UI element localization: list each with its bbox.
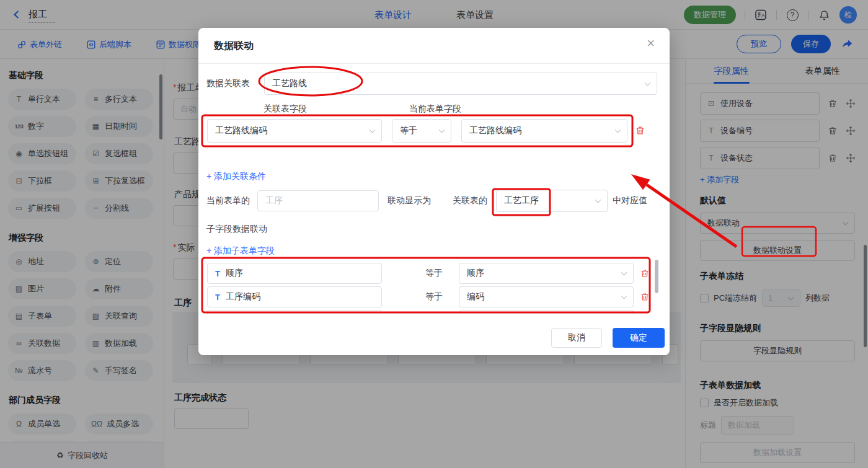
confirm-button[interactable]: 确定 <box>613 328 665 348</box>
cancel-button[interactable]: 取消 <box>551 328 602 348</box>
current-form-field-column-header: 当前表单字段 <box>386 104 485 115</box>
chevron-down-icon <box>645 80 651 86</box>
condition-right-select[interactable]: 工艺路线编码 <box>461 119 627 143</box>
subfield-left-box-order[interactable]: T顺序 <box>207 263 382 284</box>
operator-text: 等于 <box>425 291 443 302</box>
delete-subfield-icon[interactable] <box>640 292 650 302</box>
chevron-down-icon <box>615 127 621 133</box>
text-field-icon: T <box>215 269 220 278</box>
chevron-down-icon <box>621 293 627 299</box>
delete-condition-icon[interactable] <box>635 125 645 136</box>
display-as-label: 联动显示为 <box>388 195 431 206</box>
relation-table-label: 数据关联表 <box>206 78 250 89</box>
condition-operator-select[interactable]: 等于 <box>392 119 451 143</box>
subfield-linkage-heading: 子字段数据联动 <box>206 224 267 235</box>
add-subform-field-link[interactable]: + 添加子表单字段 <box>206 245 275 257</box>
condition-left-select[interactable]: 工艺路线编码 <box>207 119 382 143</box>
table-field-select[interactable]: 工艺工序 <box>496 190 608 212</box>
display-field-input[interactable]: 工序 <box>257 190 379 211</box>
subfield-right-select-code[interactable]: 编码 <box>459 286 634 307</box>
relation-table-of-label: 关联表的 <box>453 195 487 206</box>
text-field-icon: T <box>215 293 220 302</box>
modal-scrollbar[interactable] <box>655 260 658 293</box>
corresponding-value-label: 中对应值 <box>613 195 647 206</box>
subfield-row-clipped <box>459 310 634 314</box>
form-designer-screen: 报工 表单设计 表单设置 数据管理 A ? 检 表单外链 <box>0 0 868 468</box>
close-icon[interactable]: × <box>647 37 655 50</box>
relation-table-select[interactable]: 工艺路线 <box>264 73 657 95</box>
current-form-prefix-label: 当前表单的 <box>206 195 250 206</box>
add-condition-link[interactable]: + 添加关联条件 <box>206 171 266 182</box>
data-linkage-modal: 数据联动 × 数据关联表 工艺路线 关联表字段 当前表单字段 工艺路线编码 等于… <box>198 28 670 355</box>
subfield-left-box-process-code[interactable]: T工序编码 <box>207 286 382 307</box>
chevron-down-icon <box>439 127 445 133</box>
operator-text: 等于 <box>425 268 443 279</box>
modal-title: 数据联动 <box>214 40 254 53</box>
relation-field-column-header: 关联表字段 <box>236 104 335 115</box>
divider <box>198 63 670 64</box>
chevron-down-icon <box>370 127 376 133</box>
chevron-down-icon <box>621 270 627 276</box>
chevron-down-icon <box>595 197 601 203</box>
subfield-row-clipped <box>207 310 382 314</box>
delete-subfield-icon[interactable] <box>640 268 650 278</box>
subfield-right-select-order[interactable]: 顺序 <box>459 263 634 284</box>
